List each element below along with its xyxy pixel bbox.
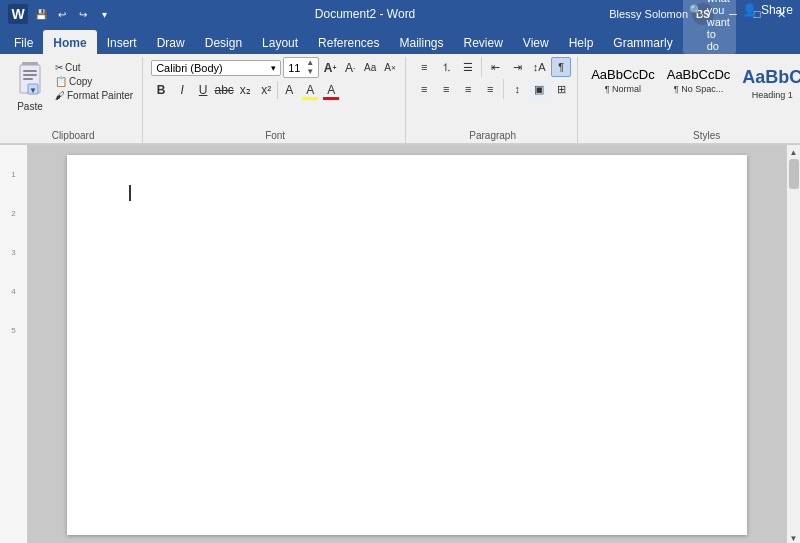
change-case-button[interactable]: Aa bbox=[361, 59, 379, 77]
redo-button[interactable]: ↪ bbox=[74, 5, 92, 23]
cut-icon: ✂ bbox=[55, 62, 63, 73]
decrease-indent-button[interactable]: ⇤ bbox=[485, 57, 505, 77]
ribbon-content: ▼ Paste ✂ Cut 📋 Copy 🖌 Format Painter bbox=[0, 54, 800, 144]
font-size-arrows: ▲ ▼ bbox=[306, 59, 314, 76]
cut-label: Cut bbox=[65, 62, 81, 73]
highlight-icon: A bbox=[306, 83, 314, 97]
svg-rect-3 bbox=[23, 74, 37, 76]
justify-button[interactable]: ≡ bbox=[480, 79, 500, 99]
show-formatting-button[interactable]: ¶ bbox=[551, 57, 571, 77]
bold-button[interactable]: B bbox=[151, 80, 171, 100]
font-name-selector[interactable]: Calibri (Body) ▾ bbox=[151, 60, 281, 76]
scroll-thumb[interactable] bbox=[789, 159, 799, 189]
search-placeholder: Tell me what you want to do bbox=[707, 0, 730, 52]
strikethrough-button[interactable]: abc bbox=[214, 80, 234, 100]
para-divider1 bbox=[481, 57, 482, 77]
ribbon-tabs-right: 🔍 Tell me what you want to do 👤 Share bbox=[683, 0, 800, 54]
document-page[interactable] bbox=[67, 155, 747, 535]
format-painter-button[interactable]: 🖌 Format Painter bbox=[52, 89, 136, 102]
styles-content: AaBbCcDc ¶ Normal AaBbCcDc ¶ No Spac... … bbox=[586, 57, 800, 128]
italic-button[interactable]: I bbox=[172, 80, 192, 100]
normal-style-label: ¶ Normal bbox=[605, 84, 641, 94]
group-font: Calibri (Body) ▾ 11 ▲ ▼ A+ A- Aa A✕ bbox=[145, 57, 406, 143]
tab-home[interactable]: Home bbox=[43, 30, 96, 54]
vertical-scrollbar[interactable]: ▲ ▼ bbox=[786, 145, 800, 543]
font-color-button[interactable]: A bbox=[321, 80, 341, 100]
tab-draw[interactable]: Draw bbox=[147, 30, 195, 54]
style-nospacing[interactable]: AaBbCcDc ¶ No Spac... bbox=[662, 64, 736, 122]
tab-view[interactable]: View bbox=[513, 30, 559, 54]
text-cursor bbox=[129, 185, 131, 201]
font-group-label: Font bbox=[151, 128, 399, 141]
align-center-button[interactable]: ≡ bbox=[436, 79, 456, 99]
share-icon: 👤 bbox=[742, 3, 757, 17]
undo-button[interactable]: ↩ bbox=[53, 5, 71, 23]
shading-button[interactable]: ▣ bbox=[529, 79, 549, 99]
font-size-selector[interactable]: 11 ▲ ▼ bbox=[283, 57, 319, 78]
normal-style-preview: AaBbCcDc bbox=[591, 67, 655, 83]
document-scroll-area[interactable] bbox=[28, 145, 786, 543]
cut-button[interactable]: ✂ Cut bbox=[52, 61, 136, 74]
ribbon-tabs: File Home Insert Draw Design Layout Refe… bbox=[0, 28, 800, 54]
vruler-3: 3 bbox=[11, 248, 15, 257]
vruler-1: 1 bbox=[11, 170, 15, 179]
vruler-4: 4 bbox=[11, 287, 15, 296]
format-painter-icon: 🖌 bbox=[55, 90, 65, 101]
tab-mailings[interactable]: Mailings bbox=[389, 30, 453, 54]
format-painter-label: Format Painter bbox=[67, 90, 133, 101]
copy-button[interactable]: 📋 Copy bbox=[52, 75, 136, 88]
superscript-button[interactable]: x² bbox=[256, 80, 276, 100]
scroll-up-arrow[interactable]: ▲ bbox=[787, 145, 801, 159]
font-row2: B I U abc x₂ x² A A A bbox=[151, 80, 341, 100]
save-button[interactable]: 💾 bbox=[32, 5, 50, 23]
styles-group-label: Styles bbox=[586, 128, 800, 141]
decrease-font-size[interactable]: A- bbox=[341, 59, 359, 77]
tab-insert[interactable]: Insert bbox=[97, 30, 147, 54]
more-quickaccess-button[interactable]: ▾ bbox=[95, 5, 113, 23]
align-left-button[interactable]: ≡ bbox=[414, 79, 434, 99]
nospacing-style-preview: AaBbCcDc bbox=[667, 67, 731, 83]
line-spacing-button[interactable]: ↕ bbox=[507, 79, 527, 99]
svg-rect-2 bbox=[23, 70, 37, 72]
multilevel-list-button[interactable]: ☰ bbox=[458, 57, 478, 77]
tab-help[interactable]: Help bbox=[559, 30, 604, 54]
clipboard-sub-buttons: ✂ Cut 📋 Copy 🖌 Format Painter bbox=[52, 61, 136, 102]
nospacing-style-label: ¶ No Spac... bbox=[674, 84, 723, 94]
font-size-down[interactable]: ▼ bbox=[306, 68, 314, 76]
tab-references[interactable]: References bbox=[308, 30, 389, 54]
align-right-button[interactable]: ≡ bbox=[458, 79, 478, 99]
scroll-down-arrow[interactable]: ▼ bbox=[787, 531, 801, 543]
numbering-button[interactable]: ⒈ bbox=[436, 57, 456, 77]
increase-font-size[interactable]: A+ bbox=[321, 59, 339, 77]
bullets-button[interactable]: ≡ bbox=[414, 57, 434, 77]
sort-button[interactable]: ↕A bbox=[529, 57, 549, 77]
doc-area: 1 2 3 4 5 ▲ ▼ bbox=[0, 145, 800, 543]
paste-icon: ▼ bbox=[14, 59, 46, 101]
highlight-button[interactable]: A bbox=[300, 80, 320, 100]
scroll-track[interactable] bbox=[787, 159, 800, 531]
tab-review[interactable]: Review bbox=[454, 30, 513, 54]
tab-grammarly[interactable]: Grammarly bbox=[603, 30, 682, 54]
borders-button[interactable]: ⊞ bbox=[551, 79, 571, 99]
divider bbox=[277, 81, 278, 99]
format-buttons: B I U abc x₂ x² A A A bbox=[151, 80, 341, 100]
paste-button[interactable]: ▼ Paste bbox=[10, 57, 50, 114]
tab-design[interactable]: Design bbox=[195, 30, 252, 54]
increase-indent-button[interactable]: ⇥ bbox=[507, 57, 527, 77]
search-box[interactable]: 🔍 Tell me what you want to do bbox=[683, 0, 736, 54]
share-label[interactable]: Share bbox=[761, 3, 793, 17]
clear-formatting-button[interactable]: A✕ bbox=[381, 59, 399, 77]
style-normal[interactable]: AaBbCcDc ¶ Normal bbox=[586, 64, 660, 122]
text-effects-button[interactable]: A bbox=[279, 80, 299, 100]
user-name: Blessy Solomon bbox=[609, 8, 688, 20]
search-icon: 🔍 bbox=[689, 4, 703, 17]
underline-button[interactable]: U bbox=[193, 80, 213, 100]
subscript-button[interactable]: x₂ bbox=[235, 80, 255, 100]
font-size-up[interactable]: ▲ bbox=[306, 59, 314, 67]
tab-file[interactable]: File bbox=[4, 30, 43, 54]
tab-layout[interactable]: Layout bbox=[252, 30, 308, 54]
clipboard-group-label: Clipboard bbox=[10, 128, 136, 141]
style-heading1[interactable]: AaBbC Heading 1 bbox=[737, 64, 800, 122]
share-area: 👤 Share bbox=[742, 3, 793, 17]
font-content: Calibri (Body) ▾ 11 ▲ ▼ A+ A- Aa A✕ bbox=[151, 57, 399, 128]
